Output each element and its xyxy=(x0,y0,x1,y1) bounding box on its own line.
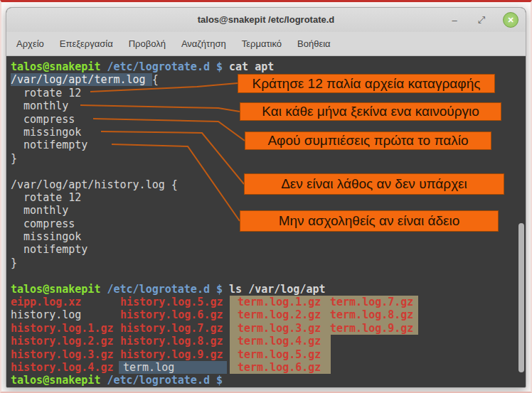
window-controls: – ⤢ ✕ xyxy=(449,8,518,32)
file-name: history.log.2.gz xyxy=(11,335,114,348)
file-name: history.log.7.gz xyxy=(120,322,223,335)
file-name: term.log xyxy=(119,361,227,374)
config-option: monthly xyxy=(11,204,526,217)
file-name: term.log.2.gz xyxy=(238,308,321,321)
ls-row: history.loghistory.log.6.gzterm.log.2.gz… xyxy=(11,308,526,321)
prompt-line-1: talos@snakepit /etc/logrotate.d $ cat ap… xyxy=(11,60,526,73)
menu-item-4[interactable]: Τερματικό xyxy=(242,38,282,49)
screenshot-page: talos@snakepit /etc/logrotate.d – ⤢ ✕ Αρ… xyxy=(0,0,532,393)
title-bar[interactable]: talos@snakepit /etc/logrotate.d – ⤢ ✕ xyxy=(6,8,526,32)
ls-row: history.log.3.gzhistory.log.9.gzterm.log… xyxy=(11,348,526,361)
ls-row: history.log.2.gzhistory.log.8.gzterm.log… xyxy=(11,335,526,348)
command-ls: ls /var/log/apt xyxy=(229,283,325,296)
config-header-term-log: /var/log/apt/term.log { xyxy=(11,73,526,86)
selected-path-text: /var/log/apt/term.log xyxy=(11,73,152,86)
menu-item-5[interactable]: Βοήθεια xyxy=(297,38,331,49)
ls-row: history.log.4.gzterm.logterm.log.6.gz xyxy=(11,361,526,374)
prompt-path: /etc/logrotate.d xyxy=(107,374,210,387)
file-name: term.log.6.gz xyxy=(238,361,321,374)
file-name: history.log xyxy=(11,308,81,321)
brace-close-line: } xyxy=(11,152,526,165)
terminal-window: talos@snakepit /etc/logrotate.d – ⤢ ✕ Αρ… xyxy=(6,7,526,388)
file-name: history.log.5.gz xyxy=(120,296,223,308)
prompt-user-host: talos@snakepit xyxy=(11,60,100,73)
terminal-screen[interactable]: talos@snakepit /etc/logrotate.d $ cat ap… xyxy=(6,56,526,388)
ls-output: eipp.log.xzhistory.log.5.gzterm.log.1.gz… xyxy=(11,296,526,374)
config-block-history-log: rotate 12 monthly compress missingok not… xyxy=(11,191,526,257)
menu-item-3[interactable]: Αναζήτηση xyxy=(181,38,226,49)
maximize-button[interactable]: ⤢ xyxy=(476,14,487,26)
config-option: missingok xyxy=(11,230,526,243)
config-option: missingok xyxy=(11,126,526,139)
close-button[interactable]: ✕ xyxy=(503,12,518,28)
prompt-user-host: talos@snakepit xyxy=(11,374,100,387)
config-header-history-log: /var/log/apt/history.log { xyxy=(11,178,526,191)
command-cat: cat apt xyxy=(229,60,274,73)
menu-item-2[interactable]: Προβολή xyxy=(129,38,166,49)
prompt-user-host: talos@snakepit xyxy=(11,283,100,296)
file-name: term.log.3.gz xyxy=(238,322,321,335)
file-name: history.log.3.gz xyxy=(11,348,114,361)
file-name: history.log.1.gz xyxy=(11,322,114,335)
config-option: monthly xyxy=(11,99,526,112)
brace-open: { xyxy=(152,73,159,86)
prompt-symbol: $ xyxy=(216,60,223,73)
config-option: rotate 12 xyxy=(11,87,526,99)
menu-bar: ΑρχείοΕπεξεργασίαΠροβολήΑναζήτησηΤερματι… xyxy=(6,32,526,56)
file-name: eipp.log.xz xyxy=(11,296,81,308)
scrollbar-thumb[interactable] xyxy=(518,223,524,372)
file-name: term.log.9.gz xyxy=(330,322,413,335)
file-name: history.log.8.gz xyxy=(120,335,223,348)
prompt-symbol: $ xyxy=(216,374,223,387)
ls-row: eipp.log.xzhistory.log.5.gzterm.log.1.gz… xyxy=(11,296,526,308)
menu-item-1[interactable]: Επεξεργασία xyxy=(60,38,113,49)
menu-item-0[interactable]: Αρχείο xyxy=(16,38,44,49)
file-name: term.log.4.gz xyxy=(238,335,321,348)
blank-line xyxy=(11,269,526,282)
config-option: compress xyxy=(11,217,526,230)
file-name: term.log.1.gz xyxy=(238,296,321,308)
file-name: history.log.9.gz xyxy=(120,348,223,361)
config-block-term-log: rotate 12 monthly compress missingok not… xyxy=(11,87,526,152)
prompt-symbol: $ xyxy=(216,283,223,296)
brace-close-line: } xyxy=(11,257,526,269)
file-name: history.log.6.gz xyxy=(120,308,223,321)
blank-line xyxy=(11,165,526,178)
minimize-button[interactable]: – xyxy=(449,15,460,26)
config-option: notifempty xyxy=(11,243,526,256)
file-name: term.log.7.gz xyxy=(330,296,413,308)
ls-row: history.log.1.gzhistory.log.7.gzterm.log… xyxy=(11,322,526,335)
prompt-path: /etc/logrotate.d xyxy=(107,60,210,73)
file-name: term.log.8.gz xyxy=(330,308,413,321)
window-title: talos@snakepit /etc/logrotate.d xyxy=(6,8,526,32)
prompt-line-2: talos@snakepit /etc/logrotate.d $ ls /va… xyxy=(11,283,526,296)
config-option: compress xyxy=(11,113,526,126)
prompt-line-3: talos@snakepit /etc/logrotate.d $ xyxy=(11,374,526,387)
config-option: notifempty xyxy=(11,139,526,151)
config-option: rotate 12 xyxy=(11,191,526,204)
file-name: term.log.5.gz xyxy=(238,348,321,361)
file-name: history.log.4.gz xyxy=(11,361,114,374)
prompt-path: /etc/logrotate.d xyxy=(107,283,210,296)
